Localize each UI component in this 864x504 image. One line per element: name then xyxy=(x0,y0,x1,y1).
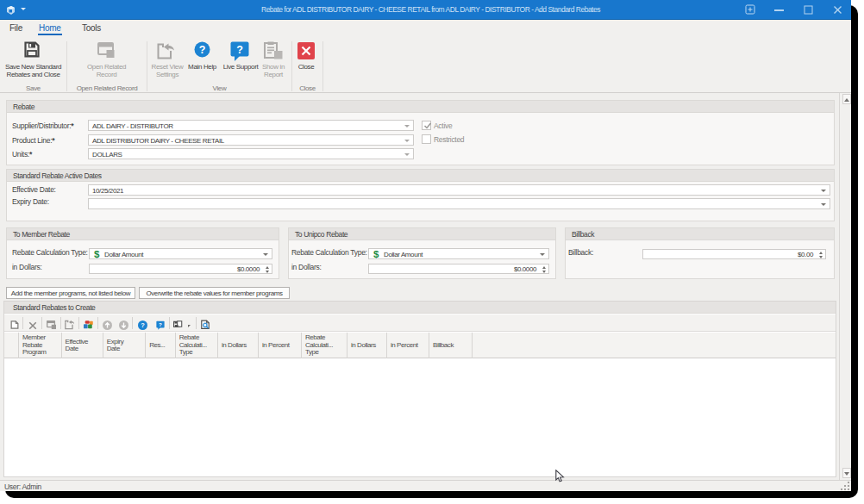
svg-text:?: ? xyxy=(236,44,243,56)
svg-text:?: ? xyxy=(159,320,162,327)
svg-text:?: ? xyxy=(199,44,206,56)
svg-text:?: ? xyxy=(141,321,145,329)
